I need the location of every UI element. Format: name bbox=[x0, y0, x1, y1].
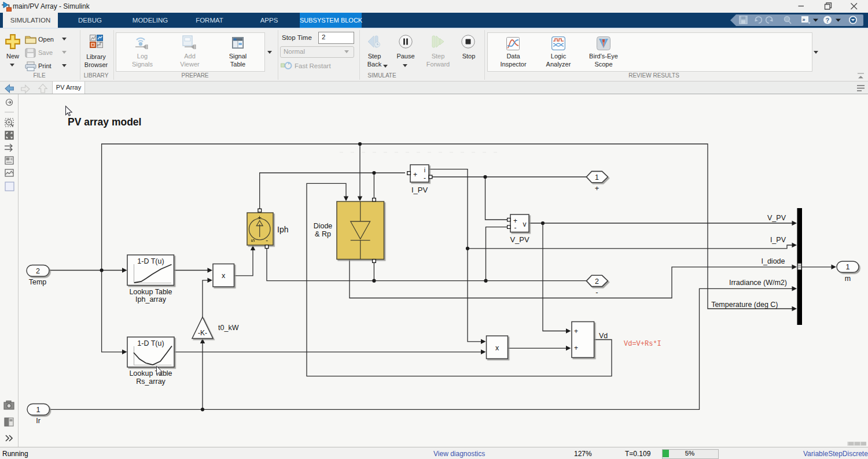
svg-text:Ir: Ir bbox=[36, 417, 41, 425]
svg-text:1: 1 bbox=[846, 263, 850, 271]
svg-text:»: » bbox=[803, 17, 806, 23]
svg-text:?: ? bbox=[826, 17, 830, 24]
svg-text:m: m bbox=[845, 275, 851, 283]
svg-text:i: i bbox=[424, 166, 425, 173]
svg-text:+: + bbox=[258, 214, 262, 221]
svg-text:V_PV: V_PV bbox=[767, 214, 786, 222]
svg-text:-K-: -K- bbox=[198, 329, 207, 337]
svg-text:-: - bbox=[266, 236, 268, 245]
svg-text:V_PV: V_PV bbox=[510, 235, 529, 244]
svg-text:Temp: Temp bbox=[29, 278, 47, 286]
svg-text:Iph_array: Iph_array bbox=[135, 295, 167, 303]
svg-text:PV array model: PV array model bbox=[68, 116, 141, 128]
svg-text:Irradiance (W/m2): Irradiance (W/m2) bbox=[729, 279, 787, 287]
svg-text:Rs_array: Rs_array bbox=[136, 377, 165, 386]
svg-text:I_diode: I_diode bbox=[761, 257, 785, 265]
svg-text:1: 1 bbox=[36, 406, 41, 414]
svg-text:Temperature (deg C): Temperature (deg C) bbox=[711, 301, 778, 309]
svg-text:+: + bbox=[574, 327, 578, 335]
svg-text:I_PV: I_PV bbox=[411, 186, 428, 194]
svg-text:Lookup Table: Lookup Table bbox=[129, 288, 172, 296]
svg-text:x: x bbox=[495, 344, 499, 352]
svg-text:1-D T(u): 1-D T(u) bbox=[137, 257, 164, 265]
svg-text:+: + bbox=[574, 344, 578, 352]
svg-text:Lookup Table: Lookup Table bbox=[129, 369, 172, 377]
svg-text:Vd=V+Rs*I: Vd=V+Rs*I bbox=[624, 340, 661, 348]
svg-text:Iph: Iph bbox=[277, 225, 288, 234]
svg-text:1: 1 bbox=[595, 173, 599, 182]
svg-text:I_PV: I_PV bbox=[770, 236, 786, 244]
svg-text:2: 2 bbox=[595, 277, 599, 286]
svg-text:-: - bbox=[595, 288, 598, 297]
svg-text:Diode: Diode bbox=[314, 222, 333, 230]
svg-text:Vd: Vd bbox=[599, 332, 608, 340]
svg-text:t0_kW: t0_kW bbox=[218, 324, 239, 332]
svg-text:+: + bbox=[595, 184, 599, 193]
svg-text:-: - bbox=[514, 224, 517, 232]
svg-text:& Rp: & Rp bbox=[315, 230, 331, 238]
svg-text:v: v bbox=[523, 220, 527, 228]
svg-text:1-D T(u): 1-D T(u) bbox=[137, 339, 164, 347]
svg-text:s: s bbox=[249, 239, 256, 242]
svg-text:2: 2 bbox=[36, 267, 40, 275]
svg-text:+: + bbox=[413, 171, 417, 179]
svg-text:-: - bbox=[424, 174, 426, 182]
svg-text:x: x bbox=[222, 272, 226, 280]
